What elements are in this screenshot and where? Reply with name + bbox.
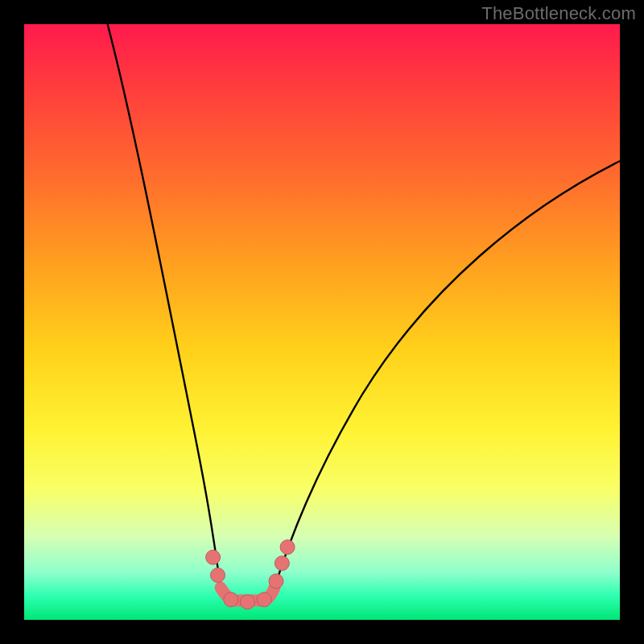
markers-group (206, 540, 295, 609)
curve-marker (241, 595, 255, 609)
watermark-text: TheBottleneck.com (481, 3, 636, 24)
curve-left (108, 24, 221, 588)
chart-svg (24, 24, 620, 620)
curve-marker (224, 592, 238, 607)
curve-marker (269, 574, 283, 588)
curve-marker (275, 556, 289, 571)
curve-marker (257, 592, 271, 607)
plot-area (24, 24, 620, 620)
curve-marker (280, 540, 295, 555)
curve-marker (206, 550, 221, 564)
curve-right (275, 161, 620, 588)
curve-marker (211, 568, 225, 583)
chart-frame: TheBottleneck.com (0, 0, 644, 644)
